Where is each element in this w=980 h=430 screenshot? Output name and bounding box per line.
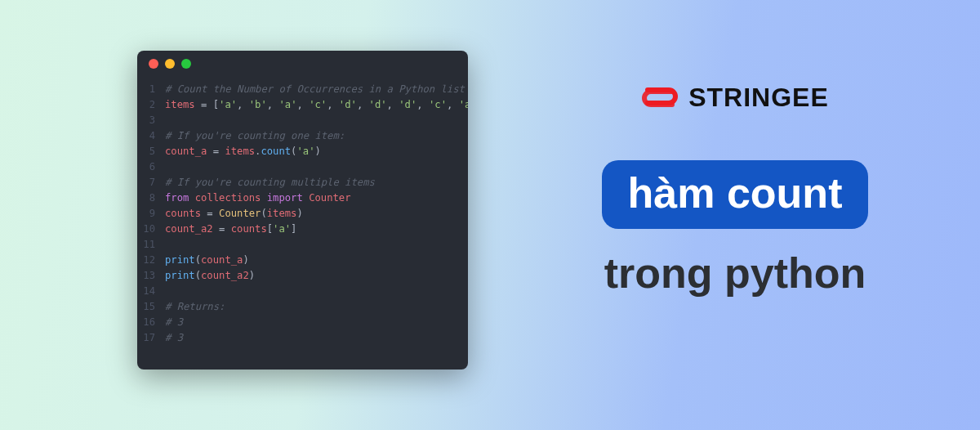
code-line: items = ['a', 'b', 'a', 'c', 'd', 'd', '…	[165, 97, 468, 113]
line-number: 17	[142, 330, 155, 346]
code-line: count_a2 = counts['a']	[165, 222, 468, 237]
brand-name: STRINGEE	[688, 83, 829, 113]
code-line: from collections import Counter	[165, 190, 468, 206]
window-titlebar	[137, 51, 468, 77]
code-line: # Returns:	[165, 299, 468, 315]
line-number: 15	[142, 299, 155, 315]
stringee-logo-icon	[641, 82, 679, 113]
line-number: 16	[142, 315, 155, 330]
line-number: 1	[142, 82, 155, 97]
brand-logo: STRINGEE	[641, 82, 829, 113]
code-line: # 3	[165, 330, 468, 346]
code-line	[165, 113, 468, 128]
line-number: 2	[142, 97, 155, 113]
line-number: 3	[142, 113, 155, 128]
line-number: 7	[142, 175, 155, 190]
code-editor-window: 1234567891011121314151617 # Count the Nu…	[137, 51, 468, 370]
code-line: count_a = items.count('a')	[165, 144, 468, 159]
line-number: 6	[142, 159, 155, 175]
code-line: print(count_a2)	[165, 268, 468, 284]
headline-pill: hàm count	[602, 160, 869, 229]
line-number: 12	[142, 253, 155, 268]
code-line	[165, 159, 468, 175]
code-line: # 3	[165, 315, 468, 330]
line-number: 4	[142, 128, 155, 144]
code-line: counts = Counter(items)	[165, 206, 468, 222]
minimize-icon[interactable]	[165, 59, 175, 69]
line-number: 9	[142, 206, 155, 222]
code-line: # If you're counting one item:	[165, 128, 468, 144]
right-panel: STRINGEE hàm count trong python	[539, 82, 931, 298]
line-number: 10	[142, 222, 155, 237]
line-number: 11	[142, 237, 155, 253]
maximize-icon[interactable]	[181, 59, 191, 69]
line-number: 13	[142, 268, 155, 284]
line-number-gutter: 1234567891011121314151617	[137, 82, 165, 346]
code-content: # Count the Number of Occurrences in a P…	[165, 82, 468, 346]
headline-sub: trong python	[604, 249, 866, 298]
close-icon[interactable]	[149, 59, 158, 69]
line-number: 8	[142, 190, 155, 206]
code-line	[165, 284, 468, 299]
code-line: print(count_a)	[165, 253, 468, 268]
line-number: 14	[142, 284, 155, 299]
code-line: # Count the Number of Occurrences in a P…	[165, 82, 468, 97]
code-line	[165, 237, 468, 253]
code-area: 1234567891011121314151617 # Count the Nu…	[137, 77, 468, 356]
line-number: 5	[142, 144, 155, 159]
code-line: # If you're counting multiple items	[165, 175, 468, 190]
